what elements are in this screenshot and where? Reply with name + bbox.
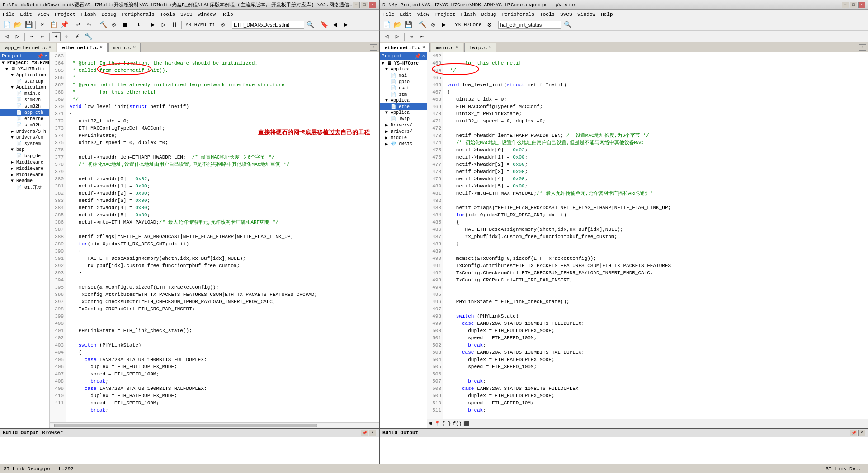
tb-open-right[interactable]: 📂 (392, 20, 402, 30)
tree-item-middleware3[interactable]: ▶ Middleware (0, 172, 49, 178)
tree-item-app-eth[interactable]: 📄 app_eth (0, 109, 49, 116)
tb-indent-right[interactable]: ⇥ (406, 32, 416, 42)
tb-build-right[interactable]: 🔨 (417, 20, 427, 30)
tb-search-btn-left[interactable]: 🔍 (305, 20, 315, 30)
menu-debug-right[interactable]: Debug (478, 11, 499, 18)
tree-item-project[interactable]: ▼ Project: YS-H7Mul (0, 60, 49, 66)
tb-prevbk-left[interactable]: ◀ (330, 20, 340, 30)
tb-stop2-left[interactable]: ⏸ (170, 20, 179, 30)
tb-paste-left[interactable]: 📌 (59, 20, 69, 30)
tree-item-drivers-cm[interactable]: ▼ Drivers/CM (0, 135, 49, 140)
tb-next-left[interactable]: ▷ (13, 32, 23, 42)
right-pane-close[interactable]: × (859, 44, 866, 51)
project-unpin-left[interactable]: 📌 (37, 53, 43, 59)
tb-open-left[interactable]: 📂 (13, 20, 23, 30)
menu-tools-right[interactable]: Tools (537, 11, 557, 18)
left-hscrollbar[interactable] (50, 422, 379, 428)
tb-bookmark-left[interactable]: 🔖 (319, 20, 329, 30)
tree-cmsis-right[interactable]: ▶ 💎 CMSIS (380, 141, 427, 147)
tb-save-right[interactable]: 💾 (403, 20, 413, 30)
tree-item-stm32h-1[interactable]: 📄 stm32h (0, 97, 49, 103)
tree-usat-right[interactable]: 📄 usat (380, 85, 427, 91)
left-close-btn[interactable]: × (369, 2, 376, 8)
tree-item-drivers-sth[interactable]: ▶ Drivers/STh (0, 128, 49, 135)
nav-icon-1[interactable]: ⊞ (429, 421, 432, 426)
tree-item-mainc[interactable]: 📄 main.c (0, 90, 49, 97)
tree-item-readme[interactable]: ▼ Readme (0, 178, 49, 184)
tab-main-right[interactable]: main.c × (431, 43, 463, 52)
tb-build-left[interactable]: 🔨 (98, 20, 108, 30)
tb-run-left[interactable]: ▷ (159, 20, 169, 30)
tree-drivers1-right[interactable]: ▶ Drivers/ (380, 122, 427, 128)
tab-app-ethernet-left[interactable]: app_ethernet.c × (0, 43, 56, 52)
right-maximize-btn[interactable]: □ (850, 2, 857, 8)
tb-cut-left[interactable]: ✂ (38, 20, 47, 30)
tb-new-left[interactable]: 📄 (2, 20, 12, 30)
left-build-close[interactable]: × (369, 430, 376, 436)
tree-middle-right[interactable]: ▶ Middle (380, 135, 427, 141)
tree-stm-right[interactable]: 📄 stm (380, 91, 427, 98)
right-close-btn[interactable]: × (858, 2, 865, 8)
tree-item-application1[interactable]: ▼ Application (0, 72, 49, 78)
project-close-left[interactable]: × (44, 53, 47, 59)
menu-project-left[interactable]: Project (52, 11, 78, 18)
menu-flash-right[interactable]: Flash (458, 11, 478, 18)
nav-icon-2[interactable]: 📍 (434, 421, 440, 426)
tab-ethernetif-right[interactable]: ethernetif.c × (380, 43, 430, 52)
project-unpin-right[interactable]: 📌 (415, 53, 421, 59)
tab-main-left[interactable]: main.c × (108, 43, 141, 52)
tree-ethe-right[interactable]: 📄 ethe (380, 103, 427, 110)
close-tab-lwip-right[interactable]: × (489, 45, 491, 50)
left-code-content[interactable]: * @brief In this function, the hardware … (66, 52, 379, 422)
menu-peripherals-left[interactable]: Peripherals (119, 11, 157, 18)
tb-prev-left[interactable]: ◁ (2, 32, 12, 42)
tb-new-right[interactable]: 📄 (382, 20, 392, 30)
right-code-area[interactable]: 4624634644654664674684694704714724734744… (427, 52, 868, 419)
project-close-right[interactable]: × (422, 53, 425, 59)
left-code-area[interactable]: 3633643653663673683693703713723733743753… (50, 52, 379, 422)
menu-svcs-right[interactable]: SVCS (557, 11, 575, 18)
menu-project-right[interactable]: Project (432, 11, 458, 18)
tb-buildall-right[interactable]: ⚙ (428, 20, 438, 30)
menu-svcs-left[interactable]: SVCS (178, 11, 195, 18)
tb-outdent-left[interactable]: ⇤ (38, 32, 47, 42)
tree-item-middleware1[interactable]: ▶ Middleware (0, 159, 49, 165)
toolbar-search-right[interactable] (498, 21, 561, 29)
tree-applica3-right[interactable]: ▼ Applica (380, 110, 427, 116)
close-tab-main-right[interactable]: × (456, 45, 458, 50)
tree-applica1-right[interactable]: ▼ Applica (380, 66, 427, 72)
left-pane-close[interactable]: × (370, 44, 377, 51)
tb-prev-right[interactable]: ◁ (382, 32, 392, 42)
menu-file-left[interactable]: File (0, 11, 17, 18)
tree-gpio-right[interactable]: 📄 gpio (380, 79, 427, 85)
tree-ys-h7core[interactable]: ▼ 🖥 YS-H7Core (380, 60, 427, 66)
tree-applica2-right[interactable]: ▼ Applica (380, 98, 427, 103)
nav-icon-3[interactable]: { } (442, 421, 451, 426)
tb-extra4[interactable]: 🔧 (83, 32, 93, 42)
menu-view-left[interactable]: View (35, 11, 52, 18)
tree-item-ys-h7multi[interactable]: ▼ 🖥 YS-H7Multi (0, 66, 49, 72)
tree-item-stm32h-3[interactable]: 📄 stm32h (0, 122, 49, 128)
toolbar-search-left[interactable] (232, 21, 304, 29)
tb-next-right[interactable]: ▷ (392, 32, 402, 42)
left-minimize-btn[interactable]: − (353, 2, 360, 8)
tb-buildall-left[interactable]: ⚙ (109, 20, 119, 30)
menu-view-right[interactable]: View (415, 11, 432, 18)
menu-edit-left[interactable]: Edit (17, 11, 34, 18)
tree-item-etherne[interactable]: 📄 etherne (0, 116, 49, 122)
tb-extra2[interactable]: ✧ (61, 32, 71, 42)
menu-edit-right[interactable]: Edit (397, 11, 414, 18)
tb-download-left[interactable]: ⬇ (134, 20, 144, 30)
right-minimize-btn[interactable]: − (842, 2, 849, 8)
menu-peripherals-right[interactable]: Peripherals (499, 11, 537, 18)
right-build-pin[interactable]: 📌 (850, 430, 857, 436)
left-build-tab-output[interactable]: Build Output (3, 430, 38, 436)
right-code-content[interactable]: for this ethernetif */ void low_level_in… (443, 52, 868, 419)
tb-stop-left[interactable]: ⏹ (120, 20, 130, 30)
tb-proj-settings-right[interactable]: ⚙ (484, 20, 494, 30)
tree-item-application2[interactable]: ▼ Application (0, 84, 49, 90)
tree-item-middleware2[interactable]: ▶ Middleware (0, 165, 49, 172)
tab-ethernetif-left[interactable]: ethernetif.c × (57, 43, 107, 52)
tree-item-startup[interactable]: 📄 startup_ (0, 78, 49, 84)
tree-item-01[interactable]: 📄 01.开发 (0, 184, 49, 191)
